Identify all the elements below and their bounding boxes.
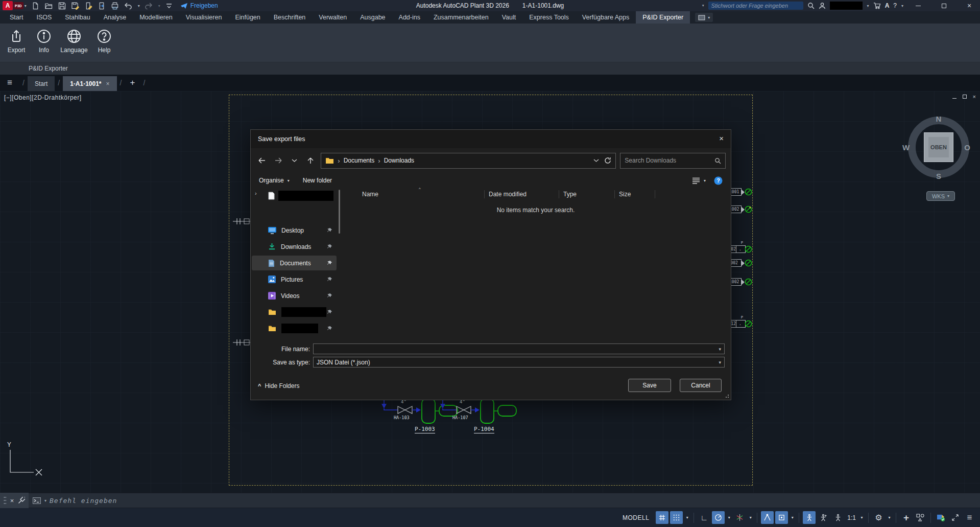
address-dropdown-chevron-icon[interactable] — [593, 158, 599, 163]
dialog-close-button[interactable]: × — [719, 134, 724, 143]
breadcrumb-downloads[interactable]: Downloads — [384, 157, 414, 164]
crosshair-toggle[interactable]: + — [900, 511, 913, 524]
tab-add-ins[interactable]: Add-ins — [392, 11, 427, 24]
tab-start[interactable]: Start — [3, 11, 30, 24]
help-chevron-icon[interactable]: ▾ — [901, 4, 903, 8]
sidebar-item-pictures[interactable]: Pictures — [252, 272, 337, 287]
redo-icon[interactable] — [145, 2, 153, 10]
save-as-icon[interactable] — [71, 2, 80, 10]
file-name-input[interactable] — [317, 346, 719, 353]
sidebar-item-downloads[interactable]: Downloads — [252, 239, 337, 254]
user-icon[interactable] — [819, 2, 826, 9]
back-icon[interactable] — [256, 154, 268, 167]
account-chevron-icon[interactable]: ▾ — [867, 4, 869, 8]
isolate-objects-toggle[interactable] — [914, 511, 927, 524]
snap-chevron-icon[interactable]: ▾ — [684, 511, 690, 524]
close-button[interactable]: × — [959, 0, 980, 11]
file-name-combo[interactable]: ▾ — [313, 343, 725, 354]
equipment-label[interactable]: P-1004 — [474, 426, 494, 433]
combo-chevron-icon[interactable]: ▾ — [719, 347, 721, 352]
help-search-input[interactable] — [708, 2, 803, 10]
minimize-button[interactable] — [907, 0, 929, 11]
column-type[interactable]: Type — [559, 191, 614, 198]
polar-chevron-icon[interactable]: ▾ — [726, 511, 732, 524]
search-input[interactable] — [625, 157, 714, 164]
model-space-label[interactable]: MODELL — [623, 514, 649, 521]
info-center-chevron-icon[interactable]: ▾ — [702, 4, 704, 8]
status-bar-menu-icon[interactable]: ≡ — [963, 511, 976, 524]
organise-menu[interactable]: Organise ▾ — [259, 177, 290, 184]
file-tab-start[interactable]: Start — [28, 76, 55, 91]
customization-gear-icon[interactable]: ⚙ — [872, 511, 885, 524]
hide-folders-button[interactable]: ^ Hide Folders — [258, 382, 299, 389]
tab-close-icon[interactable]: × — [106, 80, 110, 87]
recent-locations-chevron-icon[interactable] — [289, 154, 301, 167]
viewcube-east[interactable]: O — [961, 143, 973, 152]
tab-vault[interactable]: Vault — [495, 11, 523, 24]
up-icon[interactable] — [304, 154, 317, 167]
undo-icon[interactable] — [124, 2, 133, 10]
ribbon-display-options[interactable]: ▾ — [695, 13, 713, 22]
save-button[interactable]: Save — [628, 379, 671, 392]
tab-pid-exporter[interactable]: P&ID Exporter — [636, 11, 690, 24]
maximize-button[interactable] — [933, 0, 954, 11]
grid-toggle[interactable] — [656, 511, 668, 524]
gear-chevron-icon[interactable]: ▾ — [887, 511, 892, 524]
osnap-chevron-icon[interactable]: ▾ — [790, 511, 795, 524]
sidebar-scrollbar[interactable] — [339, 190, 340, 234]
annotation-visibility-toggle[interactable] — [803, 511, 816, 524]
drawing-close-icon[interactable]: × — [973, 94, 976, 100]
wrench-icon[interactable] — [18, 497, 25, 504]
print-icon[interactable] — [111, 2, 119, 10]
annotation-scale-value[interactable]: 1:1 — [846, 514, 857, 521]
tab-stahlbau[interactable]: Stahlbau — [58, 11, 97, 24]
language-button[interactable]: Language — [58, 27, 90, 54]
drawing-standards-icon[interactable] — [935, 511, 947, 524]
export-button[interactable]: Export — [3, 27, 30, 54]
tab-verfuegbare-apps[interactable]: Verfügbare Apps — [576, 11, 636, 24]
new-file-icon[interactable] — [31, 2, 40, 10]
viewcube-north[interactable]: N — [933, 114, 945, 123]
isodraft-toggle[interactable] — [733, 511, 746, 524]
snap-toggle[interactable] — [670, 511, 683, 524]
equipment-label[interactable]: P-1003 — [415, 426, 435, 433]
sidebar-item-redacted[interactable] — [252, 188, 337, 203]
column-name[interactable]: Name ^ — [344, 191, 484, 198]
customize-qat-icon[interactable] — [165, 2, 174, 10]
forward-icon[interactable] — [272, 154, 284, 167]
search-box[interactable] — [620, 153, 726, 169]
tab-express-tools[interactable]: Express Tools — [522, 11, 576, 24]
redo-chevron-icon[interactable]: ▾ — [158, 4, 160, 8]
sidebar-item-desktop[interactable]: Desktop — [252, 223, 337, 238]
refresh-icon[interactable] — [604, 157, 611, 164]
undo-chevron-icon[interactable]: ▾ — [138, 4, 140, 8]
save-as-type-combo[interactable]: JSON Datei (*.json) ▾ — [313, 357, 725, 368]
wcs-selector[interactable]: WKS ▾ — [926, 191, 955, 201]
share-button[interactable]: Freigeben — [180, 2, 218, 9]
viewcube-south[interactable]: S — [933, 172, 945, 180]
cancel-button[interactable]: Cancel — [680, 379, 722, 392]
help-button[interactable]: Help — [91, 27, 117, 54]
search-icon[interactable] — [714, 157, 721, 164]
breadcrumb-documents[interactable]: Documents — [344, 157, 375, 164]
info-button[interactable]: Info — [31, 27, 57, 54]
new-folder-button[interactable]: New folder — [303, 177, 332, 184]
command-input[interactable]: ▾ Befehl eingeben — [29, 493, 980, 508]
command-chevron-icon[interactable]: ▾ — [44, 498, 46, 503]
address-bar[interactable]: › Documents › Downloads — [321, 153, 616, 169]
open-file-icon[interactable] — [44, 2, 53, 10]
drawing-restore-icon[interactable] — [963, 94, 967, 100]
export-dwf-icon[interactable] — [98, 2, 106, 10]
tab-visualisieren[interactable]: Visualisieren — [179, 11, 229, 24]
new-tab-button[interactable]: + — [125, 75, 140, 91]
tab-beschriften[interactable]: Beschriften — [267, 11, 313, 24]
autotrack-toggle[interactable] — [761, 511, 774, 524]
dialog-title-bar[interactable]: Save export files — [251, 130, 731, 148]
object-snap-toggle[interactable] — [775, 511, 788, 524]
fullscreen-toggle[interactable] — [949, 511, 962, 524]
cart-icon[interactable] — [873, 2, 881, 9]
viewcube-west[interactable]: W — [900, 143, 912, 152]
tab-verwalten[interactable]: Verwalten — [312, 11, 353, 24]
annotation-scale-icon[interactable] — [831, 511, 844, 524]
view-options-button[interactable]: ▾ — [692, 177, 706, 184]
